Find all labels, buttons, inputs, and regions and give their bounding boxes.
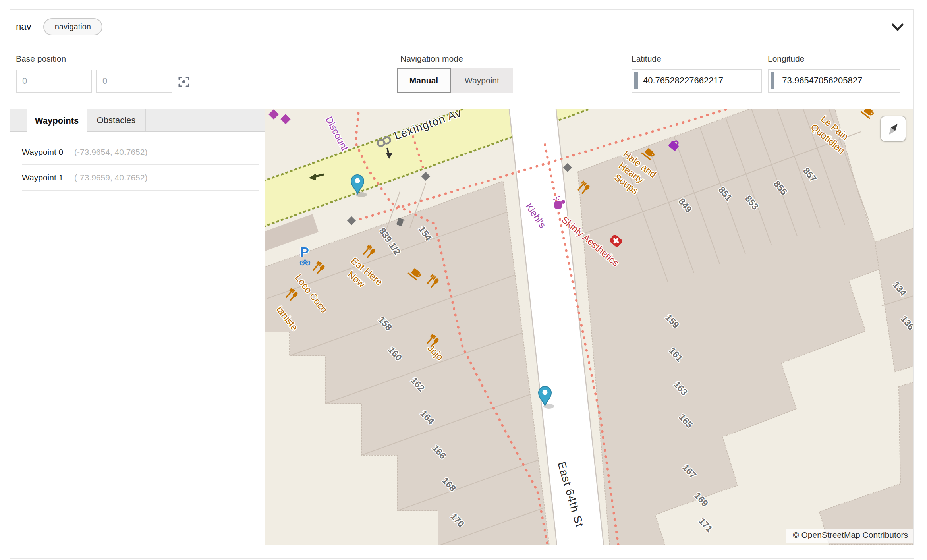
page: nav navigation Base position Navigation …	[0, 0, 927, 560]
page-title: nav	[16, 21, 31, 32]
map-canvas[interactable]: Lexington Av East 64th St 154 839 1/2 15…	[265, 109, 913, 545]
tab-waypoints[interactable]: Waypoints	[27, 109, 87, 132]
waypoint-name: Waypoint 1	[22, 173, 74, 182]
waypoint-coords: (-73.9659, 40.7652)	[74, 173, 147, 182]
parking-icon: P	[300, 244, 309, 259]
longitude-label: Longitude	[768, 54, 804, 64]
navigation-badge: navigation	[43, 18, 102, 35]
map-attribution: © OpenStreetMap Contributors	[786, 529, 913, 543]
map-tiles: Lexington Av East 64th St 154 839 1/2 15…	[265, 109, 913, 545]
base-position-label: Base position	[16, 54, 66, 64]
compass-needle-icon	[885, 120, 902, 137]
latitude-value: 40.76528227662217	[643, 75, 723, 86]
base-position-x-input[interactable]	[16, 70, 92, 93]
waypoint-name: Waypoint 0	[22, 147, 74, 157]
navigation-mode-label: Navigation mode	[400, 54, 463, 64]
map-compass-button[interactable]	[881, 116, 906, 141]
card-header: nav navigation	[10, 10, 913, 44]
tabbar: Waypoints Obstacles	[10, 109, 266, 131]
latitude-label: Latitude	[632, 54, 661, 64]
caret-bar	[771, 72, 774, 89]
waypoint-row[interactable]: Waypoint 0 (-73.9654, 40.7652)	[22, 139, 259, 165]
navigation-mode-toggle: Manual Waypoint	[397, 68, 513, 93]
collapse-button[interactable]	[889, 18, 906, 36]
caret-bar	[634, 72, 638, 89]
tab-obstacles[interactable]: Obstacles	[87, 109, 146, 131]
locate-crosshair-icon[interactable]	[178, 76, 190, 88]
base-position-y-input[interactable]	[96, 70, 172, 93]
mode-option-waypoint[interactable]: Waypoint	[451, 68, 513, 93]
next-card-edge	[10, 558, 914, 560]
longitude-input[interactable]: -73.96547056205827	[768, 69, 900, 93]
chevron-down-icon	[890, 19, 906, 35]
tab-spacer	[10, 109, 27, 131]
nav-card: nav navigation Base position Navigation …	[10, 9, 914, 545]
waypoint-coords: (-73.9654, 40.7652)	[74, 147, 147, 157]
mode-option-manual[interactable]: Manual	[397, 68, 451, 93]
waypoint-row[interactable]: Waypoint 1 (-73.9659, 40.7652)	[22, 165, 259, 191]
longitude-value: -73.96547056205827	[779, 75, 862, 86]
latitude-input[interactable]: 40.76528227662217	[632, 69, 762, 93]
